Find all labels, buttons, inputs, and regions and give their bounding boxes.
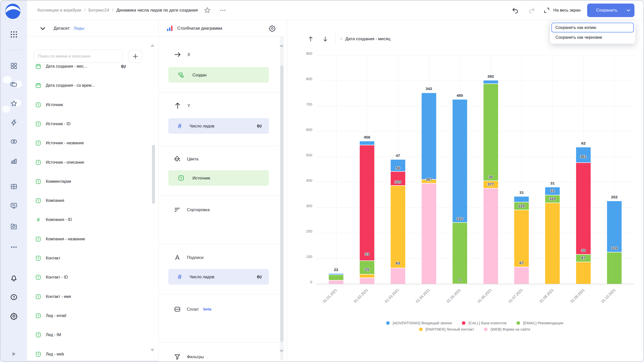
- sidebar-widgets-icon[interactable]: [1, 59, 27, 73]
- bar-segment[interactable]: [576, 162, 591, 254]
- sidebar-chart-bars-icon[interactable]: [1, 154, 27, 168]
- field-row[interactable]: T Контакт - ID: [27, 270, 158, 285]
- bar-segment[interactable]: [484, 188, 498, 284]
- save-options-button[interactable]: [622, 4, 634, 17]
- scroll-up-icon[interactable]: [279, 44, 284, 47]
- bar-segment[interactable]: [576, 262, 591, 284]
- horizontal-scrollbar[interactable]: [27, 360, 158, 362]
- bar-segment[interactable]: [484, 80, 498, 83]
- drill-breadcrumb[interactable]: Дата создания - месяц: [345, 36, 390, 41]
- bar-segment[interactable]: [360, 145, 374, 261]
- chart-type-title[interactable]: Столбчатая диаграмма: [177, 26, 222, 31]
- field-label: Источник - название: [46, 141, 84, 145]
- config-scrollbar-thumb[interactable]: [280, 65, 284, 342]
- star-outline-icon[interactable]: [202, 5, 212, 15]
- labels-field-pill[interactable]: # Число лидов f(x): [168, 269, 269, 285]
- field-row[interactable]: T Лид - email: [27, 308, 158, 323]
- field-row[interactable]: T Компания - название: [27, 232, 158, 247]
- move-up-icon[interactable]: [305, 33, 316, 44]
- legend-color-dot: [516, 321, 520, 325]
- sidebar-more-icon[interactable]: [1, 240, 27, 254]
- legend-item[interactable]: [ADVERTISING] Входящий звонок: [386, 321, 452, 325]
- type-text-icon: T: [35, 140, 41, 146]
- bar-segment[interactable]: [360, 141, 374, 145]
- sidebar-collections-icon[interactable]: [1, 78, 27, 92]
- sidebar-folder-cloud-icon[interactable]: [1, 219, 27, 233]
- field-row[interactable]: T Комментарии: [27, 174, 158, 189]
- legend-item[interactable]: [PARTNER] Личный контакт: [419, 327, 474, 331]
- datalens-logo[interactable]: [5, 3, 21, 20]
- bar-segment[interactable]: [453, 222, 467, 284]
- sidebar-bell-icon[interactable]: [1, 271, 27, 285]
- bar-segment[interactable]: [607, 252, 622, 284]
- apps-grid-menu-icon[interactable]: [1, 27, 27, 41]
- bar-value-label: 225: [518, 204, 525, 208]
- save-button[interactable]: Сохранить: [587, 4, 626, 17]
- column-chart-type-icon[interactable]: [166, 25, 173, 32]
- bar-segment[interactable]: [545, 203, 560, 284]
- bar-segment[interactable]: [422, 183, 436, 284]
- sidebar-star-icon[interactable]: [1, 97, 27, 111]
- field-row[interactable]: Дата создания - мес... f(x): [27, 59, 158, 74]
- chart-settings-gear-icon[interactable]: [269, 25, 276, 32]
- type-text-icon: T: [35, 102, 41, 108]
- legend-item[interactable]: [WEB] Форма на сайте: [484, 327, 530, 331]
- field-row[interactable]: T Источник - название: [27, 135, 158, 151]
- breadcrumb-workbook[interactable]: Битрикс24: [88, 8, 109, 13]
- sidebar-table-icon[interactable]: [1, 179, 27, 194]
- sidebar-gear-icon[interactable]: [1, 309, 27, 323]
- bar-segment[interactable]: [514, 196, 529, 202]
- field-row[interactable]: # Компания - ID: [27, 212, 158, 227]
- scroll-down-icon[interactable]: [279, 350, 284, 352]
- sidebar-bolt-icon[interactable]: [1, 116, 27, 130]
- x-field-pill[interactable]: Создан: [168, 67, 269, 83]
- bar-segment[interactable]: [329, 275, 343, 280]
- sidebar-monitor-icon[interactable]: [1, 199, 27, 213]
- field-row[interactable]: T Источник - описание: [27, 155, 158, 170]
- fields-scrollbar-thumb[interactable]: [152, 145, 155, 204]
- bar-segment[interactable]: [514, 267, 529, 284]
- field-row[interactable]: T Лид - web: [27, 347, 158, 362]
- bar-segment[interactable]: [360, 278, 374, 284]
- undo-icon[interactable]: [510, 5, 520, 15]
- legend-item[interactable]: [EMAIL] Рекомендации: [516, 321, 563, 325]
- redo-icon[interactable]: [527, 5, 537, 15]
- bar-segment[interactable]: [514, 210, 529, 267]
- y-field-pill[interactable]: # Число лидов f(x): [168, 118, 269, 134]
- field-row[interactable]: T Компания: [27, 193, 158, 208]
- save-menu-item-1[interactable]: Сохранить как копию: [551, 23, 634, 32]
- sidebar-divider: [4, 50, 23, 50]
- bar-segment[interactable]: [453, 99, 467, 222]
- sidebar-help-icon[interactable]: ?: [1, 290, 27, 304]
- scroll-up-icon[interactable]: [150, 44, 154, 47]
- bar-segment[interactable]: [360, 274, 374, 278]
- color-field-pill[interactable]: T Источник: [168, 170, 269, 186]
- field-row[interactable]: Дата создания - со врем...: [27, 78, 158, 93]
- dataset-panel: Датасет: Лиды Дата создания - мес... f(x…: [27, 20, 159, 362]
- expand-sidebar-button[interactable]: [1, 347, 27, 361]
- dataset-collapse-chevron-icon[interactable]: [39, 25, 47, 32]
- bar-segment[interactable]: [329, 273, 343, 275]
- field-row[interactable]: T Источник: [27, 97, 158, 112]
- dataset-name-link[interactable]: Лиды: [74, 26, 85, 31]
- legend-item[interactable]: [CALL] База клиентов: [462, 321, 506, 325]
- bar-segment[interactable]: [391, 268, 405, 284]
- bar-segment[interactable]: [391, 185, 405, 268]
- fullscreen-button[interactable]: На весь экран: [543, 7, 581, 14]
- field-row[interactable]: T Источник - ID: [27, 116, 158, 131]
- scroll-down-icon[interactable]: [150, 349, 154, 351]
- y-field-label: Число лидов: [189, 124, 214, 128]
- more-menu-icon[interactable]: [218, 5, 228, 15]
- type-text-icon: T: [35, 255, 41, 261]
- bar-segment[interactable]: [329, 280, 343, 284]
- field-row[interactable]: T Контакт: [27, 251, 158, 266]
- field-row[interactable]: T Лид - IM: [27, 327, 158, 342]
- breadcrumb-collections[interactable]: Коллекции и воркбуки: [37, 8, 81, 13]
- save-menu-item-2[interactable]: Сохранить как черновик: [551, 32, 634, 42]
- sidebar-rings-icon[interactable]: [1, 134, 27, 149]
- bar-segment[interactable]: [422, 93, 436, 179]
- field-row[interactable]: T Контакт - имя: [27, 289, 158, 304]
- move-down-icon[interactable]: [320, 33, 331, 44]
- bar-segment[interactable]: [607, 201, 622, 252]
- bar-segment[interactable]: [484, 83, 498, 180]
